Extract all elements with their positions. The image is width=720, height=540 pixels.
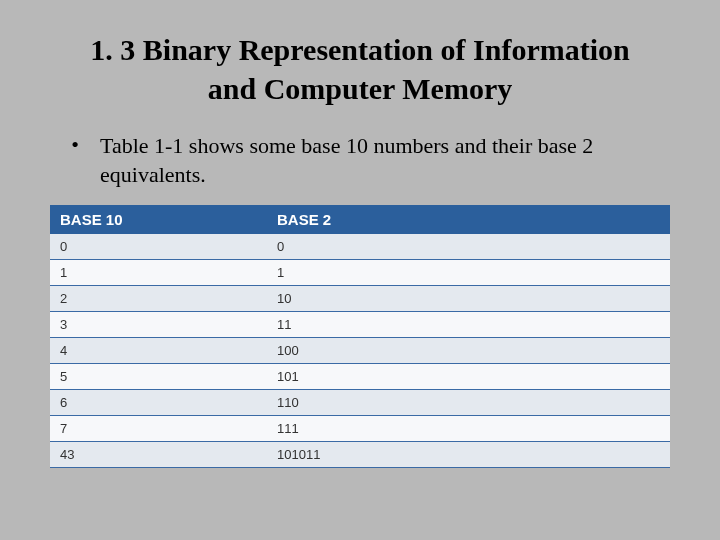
cell-base2: 0 — [267, 234, 670, 260]
bullet-text: Table 1-1 shows some base 10 numbers and… — [100, 132, 670, 189]
cell-base10: 6 — [50, 390, 267, 416]
table-row: 1 1 — [50, 260, 670, 286]
heading-line-2: and Computer Memory — [208, 72, 512, 105]
cell-base2: 101011 — [267, 442, 670, 468]
cell-base2: 101 — [267, 364, 670, 390]
table-row: 4 100 — [50, 338, 670, 364]
table-row: 3 11 — [50, 312, 670, 338]
cell-base10: 7 — [50, 416, 267, 442]
cell-base10: 43 — [50, 442, 267, 468]
cell-base10: 1 — [50, 260, 267, 286]
cell-base2: 11 — [267, 312, 670, 338]
col-header-base10: BASE 10 — [50, 205, 267, 234]
table-row: 0 0 — [50, 234, 670, 260]
base-conversion-table: BASE 10 BASE 2 0 0 1 1 2 10 3 11 4 — [50, 205, 670, 468]
bullet-item: • Table 1-1 shows some base 10 numbers a… — [50, 132, 670, 189]
cell-base10: 5 — [50, 364, 267, 390]
cell-base10: 4 — [50, 338, 267, 364]
cell-base2: 100 — [267, 338, 670, 364]
cell-base2: 110 — [267, 390, 670, 416]
cell-base2: 10 — [267, 286, 670, 312]
table-row: 43 101011 — [50, 442, 670, 468]
cell-base10: 2 — [50, 286, 267, 312]
cell-base2: 111 — [267, 416, 670, 442]
col-header-base2: BASE 2 — [267, 205, 670, 234]
table-header-row: BASE 10 BASE 2 — [50, 205, 670, 234]
bullet-marker: • — [50, 132, 100, 189]
cell-base2: 1 — [267, 260, 670, 286]
table-row: 2 10 — [50, 286, 670, 312]
table-container: BASE 10 BASE 2 0 0 1 1 2 10 3 11 4 — [50, 205, 670, 468]
cell-base10: 0 — [50, 234, 267, 260]
table-row: 6 110 — [50, 390, 670, 416]
page-title: 1. 3 Binary Representation of Informatio… — [30, 30, 690, 108]
cell-base10: 3 — [50, 312, 267, 338]
table-row: 7 111 — [50, 416, 670, 442]
heading-line-1: 1. 3 Binary Representation of Informatio… — [90, 33, 629, 66]
table-row: 5 101 — [50, 364, 670, 390]
